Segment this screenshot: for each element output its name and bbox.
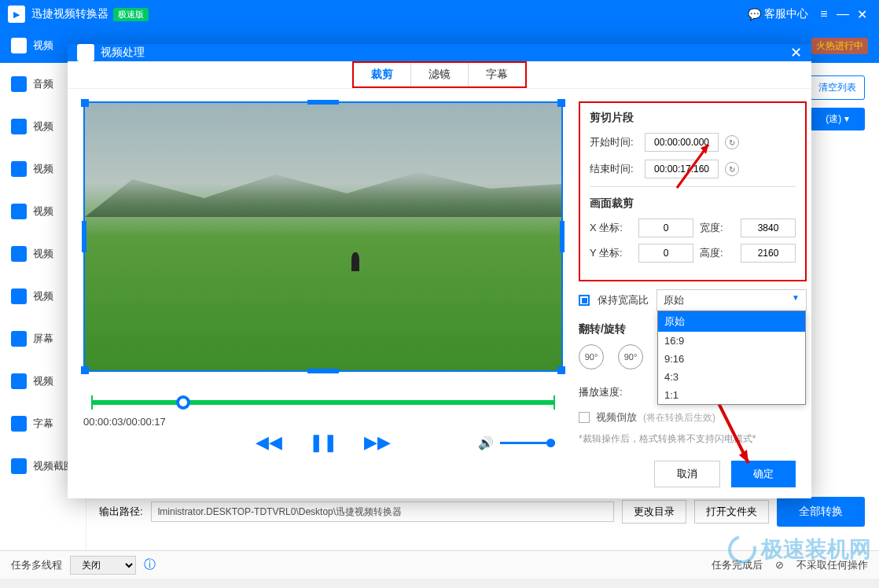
timeline[interactable] xyxy=(83,394,563,410)
cancel-button[interactable]: 取消 xyxy=(654,461,720,487)
tab-crop[interactable]: 裁剪 xyxy=(354,63,411,86)
toolbar-item[interactable]: 视频 xyxy=(33,39,53,53)
rotate-right-button[interactable]: 90° xyxy=(618,344,643,369)
after-done-value[interactable]: 不采取任何操作 xyxy=(796,558,868,572)
sidebar-item-label: 屏幕 xyxy=(33,332,53,346)
video-icon xyxy=(11,288,27,304)
crop-handle[interactable] xyxy=(557,366,565,374)
video-icon xyxy=(11,119,27,134)
w-input[interactable] xyxy=(741,219,796,237)
ok-button[interactable]: 确定 xyxy=(731,461,796,487)
edit-note: *裁辑操作后，格式转换将不支持闪电模式* xyxy=(579,432,807,446)
speed-mode-button[interactable]: (速) ▾ xyxy=(810,108,865,130)
start-time-input[interactable] xyxy=(645,133,719,152)
y-input[interactable] xyxy=(638,244,693,263)
prev-button[interactable]: ◀◀ xyxy=(256,432,282,453)
titlebar: ▶ 迅捷视频转换器 极速版 💬 客服中心 ≡ — ✕ xyxy=(0,0,879,28)
preview-image xyxy=(351,252,359,271)
reverse-label: 视频倒放 xyxy=(596,410,637,424)
noop-icon: ⊘ xyxy=(775,559,784,571)
w-label: 宽度: xyxy=(700,221,734,235)
rotate-left-button[interactable]: 90° xyxy=(579,344,604,369)
screenshot-icon xyxy=(11,458,27,474)
volume-thumb[interactable] xyxy=(546,439,555,447)
crop-handle[interactable] xyxy=(82,221,86,252)
time-display: 00:00:03/00:00:17 xyxy=(83,416,563,428)
sidebar-item-label: 视频 xyxy=(33,374,53,388)
support-link[interactable]: 💬 客服中心 xyxy=(748,7,808,21)
playback-controls: ◀◀ ❚❚ ▶▶ 🔊 xyxy=(83,432,563,453)
minimize-button[interactable]: — xyxy=(833,7,852,21)
reset-start-icon[interactable]: ↻ xyxy=(725,135,739,149)
sidebar-item-label: 视频 xyxy=(33,247,53,261)
statusbar: 任务多线程 关闭 ⓘ 任务完成后 ⊘ 不采取任何操作 xyxy=(0,550,879,579)
screen-icon xyxy=(11,331,27,347)
app-logo-icon: ▶ xyxy=(8,6,25,23)
settings-column: 剪切片段 开始时间: ↻ 结束时间: ↻ 画面裁剪 X 坐标: 宽度: xyxy=(579,101,807,453)
crop-handle[interactable] xyxy=(81,366,89,374)
toolbar-icon xyxy=(11,38,27,53)
reverse-hint: (将在转换后生效) xyxy=(643,411,715,424)
next-button[interactable]: ▶▶ xyxy=(364,432,391,453)
clip-section-title: 剪切片段 xyxy=(590,111,796,125)
volume-slider[interactable] xyxy=(500,442,555,444)
menu-icon[interactable]: ≡ xyxy=(815,7,833,21)
app-name: 迅捷视频转换器 xyxy=(31,7,108,21)
h-label: 高度: xyxy=(700,246,734,260)
aspect-option[interactable]: 原始 xyxy=(658,311,805,332)
tab-filter[interactable]: 滤镜 xyxy=(411,63,469,86)
h-input[interactable] xyxy=(741,244,796,263)
pause-button[interactable]: ❚❚ xyxy=(309,432,337,453)
subtitle-icon xyxy=(11,416,27,432)
chevron-down-icon: ▼ xyxy=(792,293,800,307)
crop-handle[interactable] xyxy=(307,369,339,373)
end-time-label: 结束时间: xyxy=(590,162,638,176)
multithread-select[interactable]: 关闭 xyxy=(70,556,136,575)
video-icon xyxy=(11,246,27,262)
video-preview[interactable] xyxy=(83,101,563,372)
timeline-track xyxy=(91,400,555,405)
tab-subtitle[interactable]: 字幕 xyxy=(469,63,525,86)
keep-aspect-checkbox[interactable] xyxy=(579,295,590,306)
aspect-option[interactable]: 1:1 xyxy=(658,386,805,404)
modal-title: 视频处理 xyxy=(101,46,145,60)
aspect-ratio-select[interactable]: 原始 ▼ 原始 16:9 9:16 4:3 1:1 xyxy=(656,289,807,311)
output-path-input[interactable] xyxy=(151,502,614,522)
aspect-option[interactable]: 9:16 xyxy=(658,350,805,368)
support-label: 客服中心 xyxy=(764,7,808,21)
speaker-icon: 🔊 xyxy=(478,435,494,450)
sidebar-item-label: 视频 xyxy=(33,204,53,219)
audio-icon xyxy=(11,76,27,92)
chat-icon: 💬 xyxy=(748,8,761,20)
info-icon[interactable]: ⓘ xyxy=(144,557,156,572)
video-icon xyxy=(11,373,27,389)
settings-highlight-box: 剪切片段 开始时间: ↻ 结束时间: ↻ 画面裁剪 X 坐标: 宽度: xyxy=(579,101,807,281)
x-input[interactable] xyxy=(638,219,693,237)
reset-end-icon[interactable]: ↻ xyxy=(725,162,739,176)
volume-control[interactable]: 🔊 xyxy=(478,435,555,450)
sidebar-item-label: 字幕 xyxy=(33,417,53,431)
open-folder-button[interactable]: 打开文件夹 xyxy=(694,500,769,524)
crop-handle[interactable] xyxy=(307,100,339,105)
aspect-option[interactable]: 16:9 xyxy=(658,332,805,350)
sidebar-item-label: 视频 xyxy=(33,119,53,134)
clear-list-button[interactable]: 清空列表 xyxy=(810,75,865,100)
sidebar-item-label: 音频 xyxy=(33,77,53,91)
reverse-checkbox[interactable] xyxy=(579,412,590,423)
crop-handle[interactable] xyxy=(81,99,89,107)
sidebar-item-label: 视频 xyxy=(33,162,53,176)
end-time-input[interactable] xyxy=(645,160,719,178)
timeline-thumb[interactable] xyxy=(176,395,190,410)
crop-handle[interactable] xyxy=(560,221,565,252)
crop-handle[interactable] xyxy=(557,99,565,107)
sidebar-item-label: 视频 xyxy=(33,289,53,303)
aspect-option[interactable]: 4:3 xyxy=(658,368,805,386)
output-label: 输出路径: xyxy=(99,505,143,519)
close-button[interactable]: ✕ xyxy=(852,7,871,22)
change-dir-button[interactable]: 更改目录 xyxy=(622,500,686,524)
preview-column: 00:00:03/00:00:17 ◀◀ ❚❚ ▶▶ 🔊 xyxy=(83,101,563,453)
modal-close-button[interactable]: ✕ xyxy=(790,44,802,61)
hot-badge: 火热进行中 xyxy=(811,38,868,54)
timeline-start-tick[interactable] xyxy=(91,395,93,410)
timeline-end-tick[interactable] xyxy=(554,395,555,410)
